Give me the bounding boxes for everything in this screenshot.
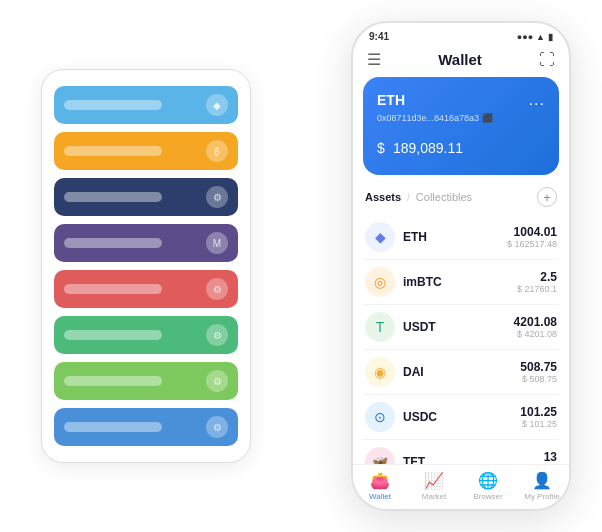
- add-asset-button[interactable]: +: [537, 187, 557, 207]
- asset-amount-primary: 13: [544, 450, 557, 464]
- assets-header: Assets / Collectibles +: [363, 187, 559, 207]
- asset-amount-secondary: $ 508.75: [520, 374, 557, 384]
- stack-card-bar: [64, 146, 162, 156]
- nav-label-browser: Browser: [473, 492, 502, 501]
- status-icons: ●●● ▲ ▮: [517, 32, 553, 42]
- asset-row-imbtc[interactable]: ◎imBTC2.5$ 21760.1: [363, 260, 559, 305]
- asset-amount-primary: 101.25: [520, 405, 557, 419]
- tab-assets[interactable]: Assets: [365, 191, 401, 203]
- stack-card-bar: [64, 284, 162, 294]
- balance-amount: 189,089.11: [393, 140, 463, 156]
- nav-icon-wallet: 👛: [370, 471, 390, 490]
- nav-item-browser[interactable]: 🌐Browser: [461, 471, 515, 501]
- nav-item-market[interactable]: 📈Market: [407, 471, 461, 501]
- nav-icon-browser: 🌐: [478, 471, 498, 490]
- asset-icon-tft: 🦋: [365, 447, 395, 464]
- stack-card-2[interactable]: ⚙: [54, 178, 238, 216]
- phone-header: ☰ Wallet ⛶: [353, 46, 569, 77]
- nav-label-wallet: Wallet: [369, 492, 391, 501]
- stack-card-bar: [64, 238, 162, 248]
- expand-icon[interactable]: ⛶: [539, 51, 555, 69]
- eth-address: 0x08711d3e...8416a78a3 ⬛: [377, 113, 545, 123]
- asset-name-tft: TFT: [403, 455, 544, 464]
- asset-amounts-usdt: 4201.08$ 4201.08: [514, 315, 557, 339]
- asset-icon-usdt: T: [365, 312, 395, 342]
- stack-card-3[interactable]: M: [54, 224, 238, 262]
- stack-card-4[interactable]: ⚙: [54, 270, 238, 308]
- asset-row-tft[interactable]: 🦋TFT130: [363, 440, 559, 464]
- stack-card-icon: ⚙: [206, 370, 228, 392]
- nav-icon-my-profile: 👤: [532, 471, 552, 490]
- scene: ◆₿⚙M⚙⚙⚙⚙ 9:41 ●●● ▲ ▮ ☰ Wallet ⛶ ETH ...: [11, 11, 591, 521]
- asset-name-imbtc: imBTC: [403, 275, 517, 289]
- stack-card-icon: ◆: [206, 94, 228, 116]
- stack-card-bar: [64, 100, 162, 110]
- menu-icon[interactable]: ☰: [367, 50, 381, 69]
- stack-card-bar: [64, 376, 162, 386]
- nav-label-my-profile: My Profile: [524, 492, 560, 501]
- card-stack: ◆₿⚙M⚙⚙⚙⚙: [41, 69, 251, 463]
- stack-card-5[interactable]: ⚙: [54, 316, 238, 354]
- asset-list: ◆ETH1004.01$ 162517.48◎imBTC2.5$ 21760.1…: [363, 215, 559, 464]
- asset-amount-secondary: $ 4201.08: [514, 329, 557, 339]
- status-bar: 9:41 ●●● ▲ ▮: [353, 23, 569, 46]
- asset-row-usdt[interactable]: TUSDT4201.08$ 4201.08: [363, 305, 559, 350]
- eth-card-header: ETH ...: [377, 91, 545, 109]
- nav-icon-market: 📈: [424, 471, 444, 490]
- stack-card-icon: ⚙: [206, 186, 228, 208]
- stack-card-icon: ₿: [206, 140, 228, 162]
- nav-item-wallet[interactable]: 👛Wallet: [353, 471, 407, 501]
- eth-more-icon[interactable]: ...: [529, 91, 545, 109]
- phone-frame: 9:41 ●●● ▲ ▮ ☰ Wallet ⛶ ETH ... 0x08711d…: [351, 21, 571, 511]
- asset-name-dai: DAI: [403, 365, 520, 379]
- asset-row-dai[interactable]: ◉DAI508.75$ 508.75: [363, 350, 559, 395]
- stack-card-icon: ⚙: [206, 416, 228, 438]
- asset-amount-primary: 508.75: [520, 360, 557, 374]
- stack-card-6[interactable]: ⚙: [54, 362, 238, 400]
- asset-icon-dai: ◉: [365, 357, 395, 387]
- asset-icon-eth: ◆: [365, 222, 395, 252]
- stack-card-icon: ⚙: [206, 324, 228, 346]
- phone-body: ETH ... 0x08711d3e...8416a78a3 ⬛ $ 189,0…: [353, 77, 569, 464]
- eth-balance: $ 189,089.11: [377, 133, 545, 159]
- nav-label-market: Market: [422, 492, 446, 501]
- signal-icon: ●●●: [517, 32, 533, 42]
- eth-card[interactable]: ETH ... 0x08711d3e...8416a78a3 ⬛ $ 189,0…: [363, 77, 559, 175]
- page-title: Wallet: [438, 51, 482, 68]
- bottom-nav: 👛Wallet📈Market🌐Browser👤My Profile: [353, 464, 569, 509]
- wifi-icon: ▲: [536, 32, 545, 42]
- nav-item-my-profile[interactable]: 👤My Profile: [515, 471, 569, 501]
- stack-card-icon: ⚙: [206, 278, 228, 300]
- tab-collectibles[interactable]: Collectibles: [416, 191, 472, 203]
- asset-amount-primary: 1004.01: [507, 225, 557, 239]
- asset-amounts-dai: 508.75$ 508.75: [520, 360, 557, 384]
- asset-icon-usdc: ⊙: [365, 402, 395, 432]
- asset-amount-primary: 2.5: [517, 270, 557, 284]
- tab-divider: /: [407, 192, 410, 203]
- stack-card-bar: [64, 330, 162, 340]
- stack-card-7[interactable]: ⚙: [54, 408, 238, 446]
- eth-card-title: ETH: [377, 92, 405, 108]
- asset-amount-secondary: $ 21760.1: [517, 284, 557, 294]
- battery-icon: ▮: [548, 32, 553, 42]
- asset-amount-primary: 4201.08: [514, 315, 557, 329]
- stack-card-1[interactable]: ₿: [54, 132, 238, 170]
- asset-row-eth[interactable]: ◆ETH1004.01$ 162517.48: [363, 215, 559, 260]
- asset-icon-imbtc: ◎: [365, 267, 395, 297]
- asset-name-usdt: USDT: [403, 320, 514, 334]
- stack-card-icon: M: [206, 232, 228, 254]
- asset-row-usdc[interactable]: ⊙USDC101.25$ 101.25: [363, 395, 559, 440]
- asset-name-eth: ETH: [403, 230, 507, 244]
- currency-symbol: $: [377, 140, 385, 156]
- asset-name-usdc: USDC: [403, 410, 520, 424]
- asset-amounts-imbtc: 2.5$ 21760.1: [517, 270, 557, 294]
- stack-card-bar: [64, 192, 162, 202]
- asset-amounts-tft: 130: [544, 450, 557, 464]
- asset-amounts-usdc: 101.25$ 101.25: [520, 405, 557, 429]
- stack-card-0[interactable]: ◆: [54, 86, 238, 124]
- status-time: 9:41: [369, 31, 389, 42]
- stack-card-bar: [64, 422, 162, 432]
- asset-amount-secondary: $ 101.25: [520, 419, 557, 429]
- asset-amount-secondary: $ 162517.48: [507, 239, 557, 249]
- assets-tabs: Assets / Collectibles: [365, 191, 472, 203]
